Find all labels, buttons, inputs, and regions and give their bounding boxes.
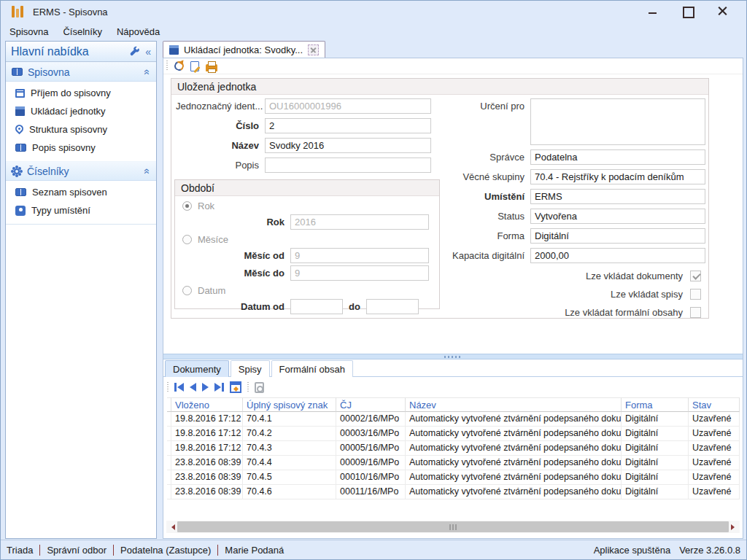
nazev-input[interactable] — [265, 138, 431, 153]
maximize-button[interactable] — [670, 1, 705, 23]
col-uplny-spisovy-znak[interactable]: Úplný spisový znak — [243, 397, 336, 412]
col-cj[interactable]: ČJ — [336, 397, 406, 412]
forma-input[interactable] — [530, 228, 705, 244]
spravce-input[interactable] — [530, 149, 705, 165]
col-forma[interactable]: Forma — [622, 397, 689, 412]
window-title: ERMS - Spisovna — [33, 7, 108, 18]
scroll-right-icon[interactable] — [731, 524, 738, 530]
check-dokumenty-checkbox[interactable] — [690, 271, 701, 281]
sidebar-item-prijem-do-spisovny[interactable]: Příjem do spisovny — [6, 84, 156, 102]
group-ulozena-jednotka: Uložená jednotka Jednoznačný ident... Čí… — [171, 78, 709, 319]
col-stav[interactable]: Stav — [689, 397, 740, 412]
cell-forma: Digitální — [622, 412, 689, 427]
radio-mesice[interactable] — [182, 235, 192, 244]
tab-strip: Ukládací jednotka: Svodky... — [163, 41, 743, 58]
check-formalni-checkbox[interactable] — [690, 307, 701, 318]
wrench-icon[interactable] — [126, 44, 142, 59]
item-label: Příjem do spisovny — [31, 88, 111, 98]
table-row[interactable]: 19.8.2016 17:12 70.4.1 00002/16/MPo Auto… — [167, 412, 740, 427]
bottom-tab-strip: Dokumenty Spisy Formální obsah — [163, 359, 743, 377]
mesic-od-input[interactable] — [290, 248, 429, 263]
item-label: Ukládací jednotky — [31, 106, 106, 117]
sidebar-item-typy-umisteni[interactable]: Typy umístění — [6, 201, 156, 219]
cell-vlozeno: 23.8.2016 08:39 — [171, 485, 243, 499]
cell-forma: Digitální — [622, 441, 689, 456]
table-row[interactable]: 19.8.2016 17:12 70.4.3 00005/16/MPo Auto… — [167, 441, 740, 456]
menu-spisovna[interactable]: Spisovna — [2, 24, 55, 39]
rok-input[interactable] — [290, 214, 429, 230]
cell-vlozeno: 19.8.2016 17:12 — [171, 441, 243, 456]
tab-close-icon[interactable] — [308, 44, 319, 55]
toolbar-grip — [167, 382, 169, 393]
radio-datum[interactable] — [182, 286, 192, 295]
close-button[interactable] — [705, 1, 740, 23]
last-record-button[interactable] — [214, 383, 224, 392]
sidebar-section-ciselniky[interactable]: Číselníky — [6, 161, 156, 181]
status-input[interactable] — [530, 209, 705, 224]
cislo-input[interactable] — [265, 118, 431, 133]
preview-document-icon — [255, 382, 264, 393]
sidebar-item-ukladaci-jednotky[interactable]: Ukládací jednotky — [6, 102, 156, 120]
record-navigation-toolbar — [163, 378, 743, 397]
minimize-button[interactable] — [635, 1, 670, 23]
col-nazev[interactable]: Název — [406, 397, 622, 412]
menu-ciselniky[interactable]: Číselníky — [55, 24, 109, 39]
cell-nazev: Automaticky vytvořené ztvárnění podepsan… — [406, 441, 622, 456]
datum-od-input[interactable] — [290, 299, 343, 314]
print-icon[interactable] — [206, 64, 217, 71]
status-bar: Triada Správní odbor Podatelna (Zastupce… — [1, 540, 746, 559]
cell-vlozeno: 23.8.2016 08:39 — [171, 456, 243, 470]
sidebar-section-spisovna[interactable]: Spisovna — [6, 62, 156, 82]
forma-label: Forma — [449, 230, 530, 241]
spravce-label: Správce — [449, 152, 530, 163]
next-record-button[interactable] — [202, 383, 209, 392]
box-icon — [169, 45, 179, 55]
sidebar-item-popis-spisovny[interactable]: Popis spisovny — [6, 139, 156, 157]
scroll-left-icon[interactable] — [169, 524, 175, 530]
radio-rok[interactable] — [182, 201, 192, 211]
status-label: Status — [449, 211, 530, 222]
status-user: Marie Podaná — [225, 545, 284, 556]
mesic-do-input[interactable] — [290, 265, 429, 281]
tab-ukladaci-jednotka[interactable]: Ukládací jednotka: Svodky... — [163, 41, 325, 58]
table-row[interactable]: 23.8.2016 08:39 70.4.4 00009/16/MPo Auto… — [167, 456, 740, 470]
chevron-up-icon[interactable] — [142, 69, 153, 75]
edit-icon[interactable] — [190, 61, 199, 71]
col-vlozeno[interactable]: Vloženo — [171, 397, 243, 412]
sidebar-item-struktura-spisovny[interactable]: Struktura spisovny — [6, 120, 156, 139]
table-row[interactable]: 23.8.2016 08:39 70.4.5 00010/16/MPo Auto… — [167, 470, 740, 485]
book-icon — [12, 68, 23, 76]
popis-input[interactable] — [265, 158, 431, 173]
urceni-pro-textarea[interactable] — [530, 98, 705, 145]
sidebar-item-seznam-spisoven[interactable]: Seznam spisoven — [6, 183, 156, 201]
tab-formalni-obsah[interactable]: Formální obsah — [271, 360, 353, 377]
refresh-icon[interactable] — [173, 60, 185, 72]
menu-bar: Spisovna Číselníky Nápověda — [2, 23, 167, 40]
cell-stav: Uzavřené — [689, 412, 740, 427]
collapse-sidebar-icon[interactable] — [145, 46, 151, 58]
first-record-button[interactable] — [174, 383, 184, 392]
scrollbar-thumb[interactable] — [177, 521, 729, 532]
table-row[interactable]: 23.8.2016 08:39 70.4.6 00011/16/MPo Auto… — [167, 485, 740, 499]
open-record-window-icon[interactable] — [230, 381, 241, 393]
status-version: Verze 3.26.0.8 — [679, 545, 740, 556]
horizontal-splitter[interactable] — [163, 354, 743, 359]
tab-dokumenty[interactable]: Dokumenty — [165, 360, 229, 377]
vecne-skupiny-input[interactable] — [530, 169, 705, 184]
status-app-state: Aplikace spuštěna — [594, 545, 671, 556]
cell-forma: Digitální — [622, 470, 689, 485]
table-header-row: Vloženo Úplný spisový znak ČJ Název Form… — [167, 397, 740, 412]
group-obdobi: Období Rok Rok Měsíce — [174, 179, 440, 309]
previous-record-button[interactable] — [190, 383, 196, 392]
menu-napoveda[interactable]: Nápověda — [109, 24, 167, 39]
datum-do-input[interactable] — [366, 299, 419, 314]
chevron-up-icon[interactable] — [142, 168, 153, 174]
table-row[interactable]: 19.8.2016 17:12 70.4.2 00003/16/MPo Auto… — [167, 427, 740, 441]
check-spisy-checkbox[interactable] — [690, 289, 701, 300]
titlebar: ERMS - Spisovna — [1, 1, 746, 23]
horizontal-scrollbar[interactable] — [166, 521, 740, 533]
kapacita-input[interactable] — [530, 248, 705, 263]
tab-spisy[interactable]: Spisy — [231, 360, 270, 377]
umisteni-input[interactable] — [530, 189, 705, 204]
ident-input[interactable] — [265, 98, 431, 114]
